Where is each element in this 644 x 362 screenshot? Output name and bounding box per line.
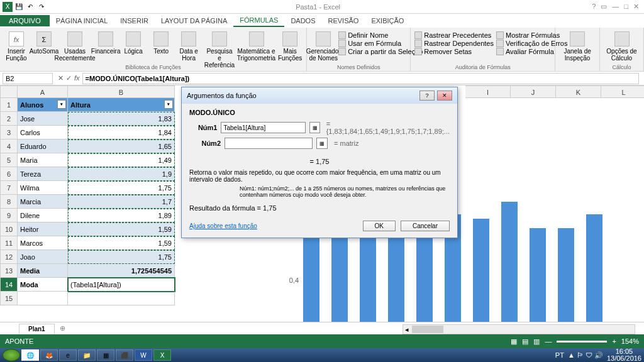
view-break-icon[interactable]: ▥ [533, 337, 540, 346]
taskbar-firefox-icon[interactable]: 🦊 [40, 349, 58, 361]
tab-data[interactable]: DADOS [284, 15, 321, 26]
dialog-close-button[interactable]: ✕ [437, 90, 452, 101]
help-link[interactable]: Ajuda sobre esta função [189, 222, 257, 229]
dialog-help-button[interactable]: ? [419, 90, 435, 101]
zoom-slider[interactable] [557, 341, 607, 343]
cell-empty[interactable] [68, 292, 175, 305]
financial-button[interactable]: Financeira [93, 30, 118, 56]
cell-media-label[interactable]: Media [18, 264, 68, 278]
tray-lang[interactable]: PT [555, 351, 564, 359]
create-selection-button[interactable]: Criar a partir da Seleção [338, 48, 423, 55]
help-icon[interactable]: ? [592, 3, 596, 11]
col-header-a[interactable]: A [18, 85, 68, 98]
row-header[interactable]: 4 [0, 140, 18, 153]
select-all-corner[interactable] [0, 85, 18, 98]
tab-layout[interactable]: LAYOUT DA PÁGINA [155, 15, 233, 26]
insert-function-button[interactable]: fxInserir Função [4, 30, 29, 63]
minimize-icon[interactable]: — [612, 3, 619, 11]
close-icon[interactable]: ✕ [633, 3, 639, 11]
define-name-button[interactable]: Definir Nome [338, 31, 423, 39]
cell-value[interactable]: 1,75 [68, 181, 175, 195]
row-header[interactable]: 9 [0, 209, 18, 222]
taskbar-word-icon[interactable]: W [135, 349, 152, 361]
cell-media-value[interactable]: 1,725454545 [68, 264, 175, 278]
name-box[interactable]: B2 [3, 73, 53, 84]
datetime-button[interactable]: Data e Hora [176, 30, 201, 63]
num1-range-button[interactable]: ▦ [309, 122, 319, 133]
taskbar-explorer-icon[interactable]: 📁 [78, 349, 96, 361]
cell-name[interactable]: Marcia [18, 195, 68, 209]
tab-view[interactable]: EXIBIÇÃO [365, 15, 410, 26]
cell-value[interactable]: 1,9 [68, 167, 175, 181]
cell-name[interactable]: Dilene [18, 209, 68, 222]
row-header[interactable]: 11 [0, 236, 18, 250]
col-header-b[interactable]: B [68, 85, 175, 98]
view-normal-icon[interactable]: ▦ [511, 337, 517, 346]
filter-icon[interactable]: ▾ [57, 100, 66, 109]
row-header[interactable]: 8 [0, 195, 18, 209]
cell-value[interactable]: 1,83 [68, 112, 175, 126]
maximize-icon[interactable]: □ [624, 3, 628, 11]
row-header[interactable]: 1 [0, 98, 18, 112]
col-header-j[interactable]: J [511, 85, 556, 98]
row-header[interactable]: 15 [0, 292, 18, 305]
cell-moda-value[interactable]: (Tabela1[Altura]) [68, 278, 175, 292]
undo-icon[interactable]: ↶ [25, 2, 35, 12]
calc-opts-button[interactable]: Opções de Cálculo [604, 30, 640, 63]
row-header[interactable]: 13 [0, 264, 18, 278]
autosum-button[interactable]: ΣAutoSoma [31, 30, 57, 56]
horizontal-scrollbar[interactable]: ◂ [402, 324, 635, 334]
cell-name[interactable]: Tereza [18, 167, 68, 181]
tab-formulas[interactable]: FÓRMULAS [233, 14, 284, 27]
view-layout-icon[interactable]: ▤ [522, 337, 528, 346]
cancel-button[interactable]: Cancelar [401, 221, 450, 231]
ribbon-opts-icon[interactable]: ▭ [601, 3, 607, 11]
cell-name[interactable]: Heitor [18, 222, 68, 236]
col-header-k[interactable]: K [556, 85, 601, 98]
start-button[interactable] [3, 349, 20, 361]
more-button[interactable]: Mais Funções [277, 30, 303, 63]
num2-range-button[interactable]: ▦ [316, 138, 328, 149]
text-button[interactable]: Texto [148, 30, 174, 56]
cell-name[interactable]: Carlos [18, 126, 68, 140]
cell-name[interactable]: Eduardo [18, 140, 68, 153]
col-header-l[interactable]: L [601, 85, 644, 98]
row-header[interactable]: 14 [0, 278, 18, 292]
cell-value[interactable]: 1,75 [68, 250, 175, 264]
cell-value[interactable]: 1,49 [68, 153, 175, 167]
cell-value[interactable]: 1,59 [68, 236, 175, 250]
cell-value[interactable]: 1,65 [68, 140, 175, 153]
taskbar-ie-icon[interactable]: e [59, 349, 77, 361]
row-header[interactable]: 5 [0, 153, 18, 167]
cell-value[interactable]: 1,7 [68, 195, 175, 209]
cancel-formula-icon[interactable]: ✕ [58, 74, 64, 82]
zoom-value[interactable]: 154% [621, 337, 639, 345]
use-formula-button[interactable]: Usar em Fórmula [338, 40, 423, 47]
cell-name[interactable]: Jose [18, 112, 68, 126]
taskbar-app2-icon[interactable]: ⬛ [116, 349, 133, 361]
tab-file[interactable]: ARQUIVO [0, 15, 50, 26]
row-header[interactable]: 12 [0, 250, 18, 264]
num1-input[interactable] [221, 122, 306, 133]
formula-bar[interactable]: =MODO.ÚNICO(Tabela1[Altura]) [82, 73, 639, 84]
row-header[interactable]: 2 [0, 112, 18, 126]
cell-moda-label[interactable]: Moda [18, 278, 68, 292]
cell-name[interactable]: Wilma [18, 181, 68, 195]
taskbar-chrome-icon[interactable]: 🌐 [21, 349, 39, 361]
watch-button[interactable]: Janela de Inspeção [559, 30, 596, 63]
num2-input[interactable] [225, 138, 313, 149]
cell-value[interactable]: 1,59 [68, 222, 175, 236]
row-header[interactable]: 10 [0, 222, 18, 236]
row-header[interactable]: 7 [0, 181, 18, 195]
row-header[interactable]: 6 [0, 167, 18, 181]
name-manager-button[interactable]: Gerenciador de Nomes [311, 30, 336, 63]
accept-formula-icon[interactable]: ✓ [66, 74, 72, 82]
cell-empty[interactable] [18, 292, 68, 305]
cell-name[interactable]: Marcos [18, 236, 68, 250]
trace-dep-button[interactable]: Rastrear Dependentes [414, 40, 494, 47]
logical-button[interactable]: Lógica [121, 30, 146, 56]
cell-value[interactable]: 1,89 [68, 209, 175, 222]
cell-value[interactable]: 1,84 [68, 126, 175, 140]
save-icon[interactable]: 💾 [14, 2, 24, 12]
sheet-tab-plan1[interactable]: Plan1 [19, 324, 55, 334]
